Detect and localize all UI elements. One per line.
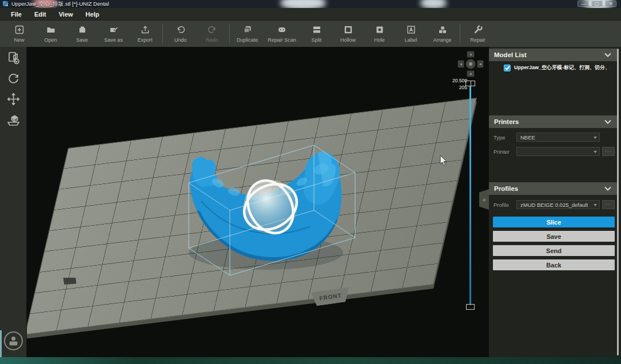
save-model-button[interactable]: Save [493,231,615,242]
toolbar-separator [460,24,460,43]
layer-slider-track[interactable] [469,86,471,305]
profile-row: Profile zMUD BEIGE 0.025_default ··· [493,200,620,209]
new-button[interactable]: New [3,21,35,47]
printers-header[interactable]: Printers [489,115,617,128]
slice-button[interactable]: Slice [493,217,615,227]
model-list-item[interactable]: UpperJaw_空心牙模-标记、打洞、切分、排 [504,64,610,71]
desktop-bottom-strip [0,357,621,364]
app-logo-icon [3,1,8,6]
model-list-header[interactable]: Model List [489,49,617,61]
label-button[interactable]: Label [395,21,427,47]
check-icon [505,66,510,70]
dpad-center-button[interactable] [465,59,476,69]
toolbar-separator [229,24,230,43]
layer-slider-bottom-handle[interactable] [466,304,475,310]
chevron-down-icon [604,119,611,124]
profiles-header[interactable]: Profiles [489,182,617,195]
chevron-down-icon [604,53,611,57]
move-tool[interactable] [0,89,27,109]
arrange-button[interactable]: Arrange [427,21,458,47]
place-on-plate-tool[interactable] [0,109,27,130]
printer-more-button[interactable]: ··· [602,147,615,156]
rotate-icon [6,71,21,86]
profile-more-button[interactable]: ··· [602,200,615,209]
window-title: UpperJaw_空心_排版.stl [*]-UNIZ Dental [11,1,109,8]
send-button[interactable]: Send [493,245,615,256]
split-button[interactable]: Split [301,21,332,47]
caret-down-icon [594,151,597,153]
save-as-button[interactable]: Save as [98,21,129,47]
label-icon [406,25,416,35]
desktop-left-edge [0,330,2,357]
uniz-dental-window: UpperJaw_空心_排版.stl [*]-UNIZ Dental — ▢ ✕… [0,0,621,364]
desktop-blob [280,0,326,8]
arrange-icon [437,25,448,35]
open-button[interactable]: Open [35,21,66,47]
layer-slider-top-handle[interactable] [465,81,475,86]
new-icon [14,25,25,35]
dpad-down-button[interactable] [467,70,475,77]
profiles-title: Profiles [494,185,518,192]
back-button[interactable]: Back [493,259,615,270]
model-list-title: Model List [494,51,527,58]
dpad-up-button[interactable] [467,51,475,58]
dpad-right-button[interactable] [477,60,484,68]
printer-type-value: NBEE [520,134,535,141]
menu-file[interactable]: File [5,8,28,21]
chevron-down-icon [604,186,611,191]
undo-button[interactable]: Undo [165,21,196,47]
type-label: Type [493,134,516,141]
3d-viewport[interactable]: FRONT [27,47,489,357]
printer-dropdown[interactable] [516,147,600,156]
undo-icon [176,25,186,35]
hole-icon [375,25,385,35]
toolbar-separator [162,24,163,43]
slider-layer-count: 205 [433,85,467,90]
model-scene [27,47,489,357]
menu-edit[interactable]: Edit [28,8,53,21]
mouse-cursor [440,155,447,165]
duplicate-icon [242,25,253,35]
model-checkbox[interactable] [504,65,511,71]
save-icon [77,25,87,35]
printers-title: Printers [494,118,519,125]
place-on-plate-icon [6,112,21,127]
redo-icon [207,25,217,35]
open-icon [46,25,56,35]
menu-bar: File Edit View Help [0,8,621,21]
close-button[interactable]: ✕ [605,1,616,7]
redo-button[interactable]: Redo [196,21,228,47]
menu-view[interactable]: View [53,8,79,21]
hole-button[interactable]: Hole [364,21,395,47]
main-toolbar: New Open Save Save as Export Undo Redo [0,21,621,47]
repair-button[interactable]: Repair [462,21,493,47]
rotate-tool[interactable] [0,68,27,89]
export-button[interactable]: Export [129,21,161,47]
profile-value: zMUD BEIGE 0.025_default [520,202,588,208]
profile-label: Profile [493,202,516,208]
slider-height-value: 20.500 [433,78,467,83]
profile-dropdown[interactable]: zMUD BEIGE 0.025_default [516,200,600,209]
left-tool-sidebar [0,47,27,357]
repair-scan-button[interactable]: Repair Scan [263,21,301,47]
save-button[interactable]: Save [66,21,98,47]
move-icon [6,91,21,107]
printer-label: Printer [493,149,516,155]
dpad-left-button[interactable] [457,60,464,68]
menu-help[interactable]: Help [79,8,106,21]
repair-icon [473,25,483,35]
hollow-icon [343,25,353,35]
panel-collapse-toggle[interactable]: » [479,189,489,210]
select-model-tool[interactable] [0,47,27,68]
select-model-icon [6,50,21,66]
repair-scan-icon [277,25,287,35]
account-button[interactable] [4,331,23,350]
minimize-button[interactable]: — [578,1,589,7]
export-icon [140,25,150,35]
hollow-button[interactable]: Hollow [332,21,364,47]
duplicate-button[interactable]: Duplicate [232,21,263,47]
user-icon [7,335,19,347]
maximize-button[interactable]: ▢ [591,1,603,7]
printer-type-dropdown[interactable]: NBEE [516,133,600,142]
panel-scrollbar[interactable] [617,49,619,355]
